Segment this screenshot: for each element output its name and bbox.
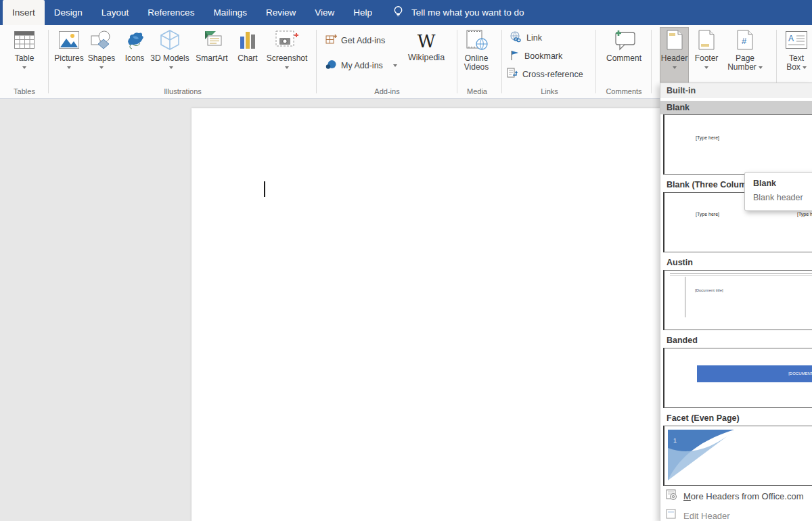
tell-me-box[interactable]: Tell me what you want to do <box>392 0 524 25</box>
link-button[interactable]: Link <box>510 31 542 45</box>
gallery-item-austin[interactable]: [Document title] <box>663 270 812 330</box>
placeholder-text: [Type here] <box>696 135 719 140</box>
comment-button[interactable]: Comment <box>602 27 646 84</box>
footer-button[interactable]: Footer <box>692 27 721 84</box>
link-label: Link <box>526 33 542 43</box>
3d-models-button[interactable]: 3D Models <box>150 27 189 84</box>
icons-label: Icons <box>125 54 145 63</box>
svg-text:1: 1 <box>673 437 677 444</box>
bookmark-label: Bookmark <box>524 51 562 61</box>
chevron-down-icon <box>673 66 677 69</box>
table-button[interactable]: Table <box>8 27 41 84</box>
wikipedia-w-icon: W <box>418 30 436 52</box>
screenshot-label: Screenshot <box>267 54 308 63</box>
lightbulb-icon <box>392 5 404 20</box>
chevron-down-icon <box>704 66 708 69</box>
gallery-item-facet[interactable]: 1 <box>663 426 812 486</box>
tell-me-label: Tell me what you want to do <box>411 7 524 18</box>
chevron-down-icon <box>22 66 26 69</box>
header-icon <box>666 27 683 53</box>
header-button[interactable]: Header <box>660 27 689 84</box>
online-videos-label: Online Videos <box>459 54 494 72</box>
edit-header-icon <box>666 509 677 521</box>
chart-button[interactable]: Chart <box>234 27 261 84</box>
footer-icon <box>698 27 715 53</box>
more-headers-menu-item[interactable]: More Headers from Office.com <box>660 486 812 505</box>
chevron-down-icon <box>99 66 104 69</box>
tab-mailings[interactable]: Mailings <box>204 0 256 25</box>
smartart-icon <box>200 27 224 53</box>
my-addins-icon <box>325 60 337 72</box>
edit-header-label: Edit Header <box>683 511 730 521</box>
bookmark-button[interactable]: Bookmark <box>510 49 562 63</box>
screenshot-button[interactable]: Screenshot <box>265 27 309 84</box>
bar-chart-icon <box>238 27 258 53</box>
wikipedia-button[interactable]: W Wikipedia <box>405 30 448 87</box>
online-videos-icon <box>464 27 489 53</box>
text-box-button[interactable]: A Text Box <box>782 27 811 84</box>
wikipedia-label: Wikipedia <box>408 53 445 62</box>
bookmark-flag-icon <box>510 49 520 63</box>
gallery-item-blank[interactable]: [Type here] <box>663 114 812 175</box>
online-videos-button[interactable]: Online Videos <box>459 27 494 84</box>
shapes-icon <box>90 27 113 53</box>
pictures-label: Pictures <box>54 54 83 63</box>
chevron-down-icon <box>169 66 173 69</box>
tab-insert[interactable]: Insert <box>3 0 45 25</box>
icons-button[interactable]: Icons <box>122 27 148 84</box>
group-label-comments: Comments <box>598 87 650 95</box>
document-page[interactable] <box>191 108 660 521</box>
chevron-down-icon <box>285 66 289 69</box>
text-box-label: Text Box <box>782 54 811 72</box>
edit-header-menu-item[interactable]: Edit Header <box>660 505 812 521</box>
comment-label: Comment <box>606 54 641 63</box>
comment-icon <box>610 27 637 53</box>
group-separator <box>316 30 317 93</box>
page-number-button[interactable]: # Page Number <box>725 27 765 84</box>
smartart-button[interactable]: SmartArt <box>194 27 230 84</box>
page-number-icon: # <box>736 27 754 53</box>
group-label-tables: Tables <box>0 87 49 95</box>
group-label-media: Media <box>457 87 497 95</box>
icons-bird-icon <box>124 27 145 53</box>
chevron-down-icon <box>803 66 807 69</box>
gallery-item-banded[interactable]: [DOCUMENT TITLE] <box>663 348 812 408</box>
page-number-label: Page Number <box>725 54 765 72</box>
chevron-down-icon <box>759 66 763 69</box>
group-label-illustrations: Illustrations <box>51 87 314 95</box>
gallery-item-blank-label: Blank <box>660 101 812 114</box>
table-icon <box>14 27 35 53</box>
austin-side-line <box>685 277 685 317</box>
tooltip-title: Blank <box>753 179 812 188</box>
link-icon <box>510 31 522 45</box>
svg-text:#: # <box>742 36 747 46</box>
chevron-down-icon <box>393 64 397 67</box>
office-com-icon <box>666 489 677 503</box>
my-addins-button[interactable]: My Add-ins <box>325 60 397 72</box>
chevron-down-icon <box>67 66 71 69</box>
tab-layout[interactable]: Layout <box>92 0 139 25</box>
screenshot-camera-icon <box>275 27 299 53</box>
tab-help[interactable]: Help <box>344 0 382 25</box>
3d-models-label: 3D Models <box>150 54 189 72</box>
tab-design[interactable]: Design <box>45 0 92 25</box>
placeholder-text: [Type here] <box>797 212 812 217</box>
group-separator <box>501 30 502 93</box>
header-gallery-dropdown: Built-in Blank [Type here] Blank (Three … <box>660 83 812 521</box>
tab-review[interactable]: Review <box>256 0 305 25</box>
tab-references[interactable]: References <box>138 0 204 25</box>
group-separator <box>48 30 49 93</box>
pictures-button[interactable]: Pictures <box>54 27 84 84</box>
smartart-label: SmartArt <box>196 54 227 63</box>
gallery-item-banded-label: Banded <box>660 330 812 348</box>
shapes-button[interactable]: Shapes <box>86 27 117 84</box>
facet-triangle-graphic: 1 <box>664 426 756 484</box>
group-label-addins: Add-ins <box>319 87 455 95</box>
tab-view[interactable]: View <box>305 0 344 25</box>
get-addins-button[interactable]: Get Add-ins <box>325 34 385 47</box>
chart-label: Chart <box>238 54 257 63</box>
group-separator <box>595 30 596 93</box>
gallery-item-austin-label: Austin <box>660 252 812 270</box>
cross-reference-button[interactable]: Cross-reference <box>506 67 583 81</box>
tooltip-description: Blank header <box>753 193 812 202</box>
